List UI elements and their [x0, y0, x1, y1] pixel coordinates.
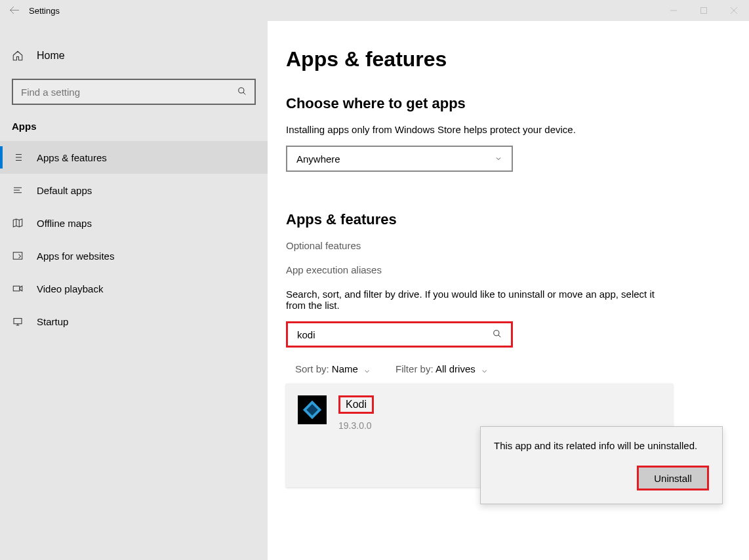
chevron-down-icon [495, 153, 502, 165]
app-aliases-link[interactable]: App execution aliases [286, 264, 749, 275]
app-search[interactable] [286, 321, 513, 348]
minimize-button[interactable] [658, 0, 689, 21]
main-pane: Apps & features Choose where to get apps… [268, 21, 749, 560]
home-label: Home [37, 50, 65, 62]
app-search-input[interactable] [297, 329, 471, 340]
svg-rect-18 [13, 286, 20, 291]
list-icon [12, 151, 24, 163]
svg-line-24 [498, 334, 501, 337]
maximize-button[interactable] [689, 0, 719, 21]
dropdown-value: Anywhere [296, 153, 340, 165]
filter-label: Filter by: [395, 363, 434, 374]
filter-value: All drives [435, 363, 476, 374]
sort-value: Name [332, 363, 358, 374]
settings-search[interactable] [12, 79, 256, 105]
home-icon [12, 50, 24, 62]
app-name: Kodi [338, 395, 374, 414]
app-version: 19.3.0.0 [338, 420, 374, 431]
uninstall-confirm-popup: This app and its related info will be un… [480, 426, 723, 504]
nav-apps-features[interactable]: Apps & features [0, 141, 268, 174]
back-icon[interactable]: 🡠 [9, 5, 20, 16]
choose-apps-title: Choose where to get apps [286, 95, 749, 112]
svg-rect-17 [13, 252, 22, 260]
close-button[interactable] [719, 0, 749, 21]
nav-label: Default apps [37, 185, 92, 196]
sort-filter-row: Sort by: Name ⌵ Filter by: All drives ⌵ [286, 363, 749, 374]
svg-point-4 [239, 87, 244, 92]
apps-features-title: Apps & features [286, 211, 749, 228]
nav-default-apps[interactable]: Default apps [0, 174, 268, 207]
sort-by[interactable]: Sort by: Name ⌵ [295, 363, 369, 374]
video-icon [12, 283, 24, 294]
chevron-down-icon: ⌵ [482, 365, 487, 374]
svg-rect-20 [14, 319, 22, 324]
svg-point-23 [494, 330, 499, 335]
nav-label: Offline maps [37, 218, 92, 229]
search-help: Search, sort, and filter by drive. If yo… [286, 289, 666, 311]
optional-features-link[interactable]: Optional features [286, 240, 749, 251]
search-icon [237, 87, 247, 98]
app-icon [298, 395, 327, 424]
startup-icon [12, 315, 24, 327]
confirm-message: This app and its related info will be un… [494, 440, 709, 451]
nav-label: Apps & features [37, 152, 107, 163]
page-title: Apps & features [286, 47, 749, 71]
nav-apps-websites[interactable]: Apps for websites [0, 239, 268, 272]
choose-apps-help: Installing apps only from Windows Store … [286, 124, 666, 135]
nav-offline-maps[interactable]: Offline maps [0, 207, 268, 239]
nav-label: Startup [37, 316, 68, 327]
sidebar: Home Apps Apps & features Default apps [0, 21, 268, 560]
search-icon [493, 329, 502, 340]
filter-by[interactable]: Filter by: All drives ⌵ [395, 363, 487, 374]
browser-icon [12, 250, 24, 262]
svg-rect-1 [701, 8, 707, 14]
titlebar: 🡠 Settings [0, 0, 749, 21]
chevron-down-icon: ⌵ [365, 365, 369, 374]
svg-marker-19 [20, 286, 22, 291]
window-title: Settings [29, 6, 60, 16]
settings-search-input[interactable] [21, 87, 224, 98]
nav-label: Video playback [37, 283, 103, 294]
sort-label: Sort by: [295, 363, 329, 374]
window-controls [658, 0, 749, 21]
svg-line-5 [243, 92, 246, 94]
home-link[interactable]: Home [0, 42, 268, 70]
section-label: Apps [0, 121, 268, 141]
map-icon [12, 217, 24, 229]
defaults-icon [12, 184, 24, 196]
nav-label: Apps for websites [37, 250, 114, 262]
app-source-dropdown[interactable]: Anywhere [286, 146, 513, 172]
nav-video-playback[interactable]: Video playback [0, 272, 268, 305]
confirm-uninstall-button[interactable]: Uninstall [637, 466, 709, 490]
nav-startup[interactable]: Startup [0, 305, 268, 338]
